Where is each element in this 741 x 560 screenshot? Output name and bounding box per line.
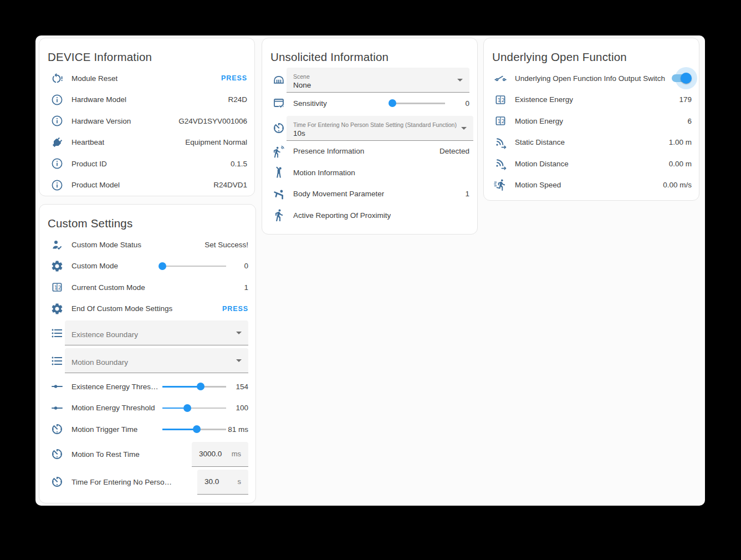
existence-boundary-select[interactable]: Existence Boundary bbox=[65, 320, 248, 345]
row-motion-distance: Motion Distance 0.00 m bbox=[484, 153, 699, 175]
row-value: 179 bbox=[674, 95, 692, 104]
slider-thumb[interactable] bbox=[159, 262, 166, 270]
row-hardware-model: Hardware Model R24D bbox=[39, 89, 254, 111]
scene-select[interactable]: Scene None bbox=[287, 68, 469, 93]
row-label: Hardware Model bbox=[71, 95, 126, 104]
row-label: Motion Distance bbox=[515, 160, 569, 168]
slider-dot-icon bbox=[50, 401, 64, 415]
row-motion-speed: Motion Speed 0.00 m/s bbox=[484, 175, 699, 196]
no-person-time-select[interactable]: Time For Entering No Person State Settin… bbox=[287, 116, 473, 141]
row-value: 0.00 m/s bbox=[658, 181, 692, 189]
row-motion-boundary: Motion Boundary bbox=[39, 348, 255, 373]
motion-to-rest-time-field[interactable]: 3000.0 ms bbox=[192, 442, 248, 467]
row-label: Product ID bbox=[71, 160, 107, 168]
walking-person-icon bbox=[272, 208, 285, 222]
field-unit: s bbox=[238, 477, 242, 486]
row-label: Motion Information bbox=[293, 169, 355, 177]
row-label: Motion Speed bbox=[515, 181, 561, 189]
row-custom-mode: Custom Mode 0 bbox=[39, 256, 255, 277]
unsolicited-information-card: Unsolicited Information Scene None Sensi… bbox=[262, 38, 478, 235]
custom-settings-card: Custom Settings Custom Mode Status Set S… bbox=[39, 204, 256, 503]
field-unit: ms bbox=[232, 450, 241, 458]
existence-energy-threshold-slider[interactable] bbox=[162, 382, 226, 391]
select-label: Time For Entering No Person State Settin… bbox=[293, 121, 457, 129]
field-value: 30.0 bbox=[205, 477, 219, 486]
row-open-function-switch: Underlying Open Function Info Output Swi… bbox=[484, 68, 699, 89]
info-icon bbox=[50, 93, 64, 106]
device-information-card: DEVICE Information Module Reset PRESS Ha… bbox=[39, 38, 255, 196]
row-label: Sensitivity bbox=[293, 99, 327, 108]
slider-dot-icon bbox=[50, 380, 64, 393]
row-value: 1 bbox=[239, 283, 248, 292]
svg-text:1: 1 bbox=[498, 119, 501, 124]
row-label: Motion To Rest Time bbox=[71, 450, 140, 459]
row-label: Custom Mode bbox=[71, 262, 118, 270]
row-existence-energy: 12 Existence Energy 179 bbox=[484, 89, 699, 111]
module-reset-press-button[interactable]: PRESS bbox=[221, 74, 247, 82]
body-movement-icon bbox=[272, 187, 285, 201]
select-label: Scene bbox=[293, 73, 453, 80]
slider-thumb[interactable] bbox=[389, 99, 396, 107]
motion-energy-threshold-slider[interactable] bbox=[162, 404, 226, 413]
row-value: 6 bbox=[683, 117, 692, 125]
sensitivity-slider[interactable] bbox=[390, 99, 445, 108]
numbers-icon: 12 bbox=[494, 93, 507, 106]
chevron-down-icon bbox=[461, 127, 467, 130]
row-label: Custom Mode Status bbox=[71, 241, 141, 249]
row-end-of-custom-mode-settings: End Of Custom Mode Settings PRESS bbox=[39, 298, 255, 320]
row-active-reporting-of-proximity: Active Reporting Of Proximity bbox=[262, 205, 477, 226]
row-static-distance: Static Distance 1.00 m bbox=[484, 132, 699, 154]
slider-thumb[interactable] bbox=[183, 404, 191, 412]
row-value: G24VD1SYV001006 bbox=[174, 117, 247, 125]
slider-thumb[interactable] bbox=[197, 383, 205, 390]
plug-icon bbox=[50, 136, 64, 149]
signal-distance-icon bbox=[494, 136, 507, 149]
card-title-underlying-open-function: Underlying Open Function bbox=[492, 50, 691, 64]
row-label: Module Reset bbox=[71, 74, 117, 83]
timer-icon bbox=[50, 422, 64, 436]
card-title-device-information: DEVICE Information bbox=[48, 50, 246, 64]
row-label: Time For Entering No Perso… bbox=[71, 478, 172, 486]
row-value: 0.1.5 bbox=[226, 160, 247, 168]
person-raised-arm-icon bbox=[272, 166, 285, 179]
card-title-custom-settings: Custom Settings bbox=[48, 216, 247, 231]
row-custom-mode-status: Custom Mode Status Set Success! bbox=[39, 234, 255, 256]
motion-trigger-time-slider[interactable] bbox=[162, 425, 226, 434]
clock-dots-icon bbox=[272, 121, 285, 135]
svg-text:1: 1 bbox=[498, 98, 501, 103]
select-value: 10s bbox=[293, 129, 457, 138]
no-person-time-field[interactable]: 30.0 s bbox=[197, 470, 248, 495]
row-value: 1.00 m bbox=[665, 138, 692, 146]
row-heartbeat: Heartbeat Equipment Normal bbox=[39, 132, 254, 154]
slider-value: 0 bbox=[226, 262, 248, 270]
timer-icon bbox=[50, 475, 64, 488]
row-value: Equipment Normal bbox=[181, 138, 247, 146]
card-title-unsolicited-information: Unsolicited Information bbox=[270, 50, 469, 64]
sensitivity-icon bbox=[272, 96, 285, 110]
row-label: Hardware Version bbox=[71, 117, 131, 125]
custom-mode-slider[interactable] bbox=[162, 262, 226, 271]
end-custom-mode-press-button[interactable]: PRESS bbox=[222, 305, 248, 313]
presence-icon bbox=[272, 145, 285, 158]
open-function-output-toggle[interactable] bbox=[670, 72, 692, 85]
signal-distance-icon bbox=[494, 157, 507, 170]
runner-speed-icon bbox=[494, 179, 507, 192]
list-icon bbox=[50, 327, 64, 340]
slider-value: 154 bbox=[226, 383, 248, 391]
svg-text:1: 1 bbox=[54, 285, 58, 291]
svg-text:2: 2 bbox=[58, 285, 62, 291]
select-label: Existence Boundary bbox=[71, 330, 232, 339]
timer-icon bbox=[50, 447, 64, 461]
slider-thumb[interactable] bbox=[193, 425, 201, 433]
row-label: End Of Custom Mode Settings bbox=[71, 304, 172, 313]
row-label: Presence Information bbox=[293, 147, 364, 155]
field-value: 3000.0 bbox=[199, 450, 222, 458]
row-value: 1 bbox=[461, 190, 469, 198]
row-body-movement-parameter: Body Movement Parameter 1 bbox=[262, 184, 477, 205]
motion-boundary-select[interactable]: Motion Boundary bbox=[65, 348, 248, 373]
content-panel: DEVICE Information Module Reset PRESS Ha… bbox=[35, 35, 705, 506]
numbers-icon: 12 bbox=[50, 281, 64, 294]
row-time-for-entering-no-person: Time For Entering No Perso… 30.0 s bbox=[39, 470, 255, 495]
row-motion-trigger-time: Motion Trigger Time 81 ms bbox=[39, 419, 255, 440]
info-icon bbox=[50, 157, 64, 170]
